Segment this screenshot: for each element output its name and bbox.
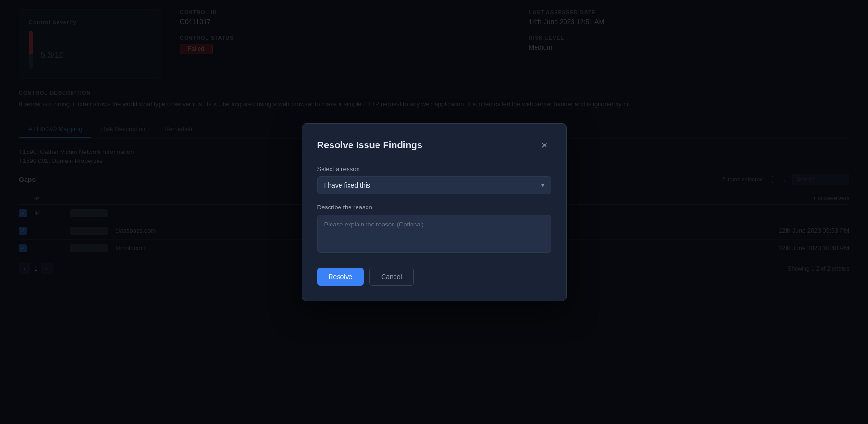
cancel-button[interactable]: Cancel — [369, 268, 414, 286]
chevron-down-icon: ▾ — [541, 182, 544, 189]
modal-title: Resolve Issue Findings — [317, 140, 422, 151]
modal-header: Resolve Issue Findings ✕ — [317, 139, 551, 152]
describe-reason-label: Describe the reason — [317, 204, 551, 211]
close-button[interactable]: ✕ — [538, 139, 551, 152]
selected-reason: I have fixed this — [324, 181, 370, 189]
reason-dropdown[interactable]: I have fixed this ▾ — [317, 176, 551, 194]
describe-reason-group: Describe the reason — [317, 204, 551, 254]
select-reason-label: Select a reason — [317, 165, 551, 172]
reason-textarea[interactable] — [317, 215, 551, 253]
resolve-button[interactable]: Resolve — [317, 268, 364, 286]
select-reason-group: Select a reason I have fixed this ▾ — [317, 165, 551, 194]
modal-overlay: Resolve Issue Findings ✕ Select a reason… — [0, 0, 868, 424]
modal-actions: Resolve Cancel — [317, 268, 551, 286]
resolve-modal: Resolve Issue Findings ✕ Select a reason… — [302, 123, 567, 301]
